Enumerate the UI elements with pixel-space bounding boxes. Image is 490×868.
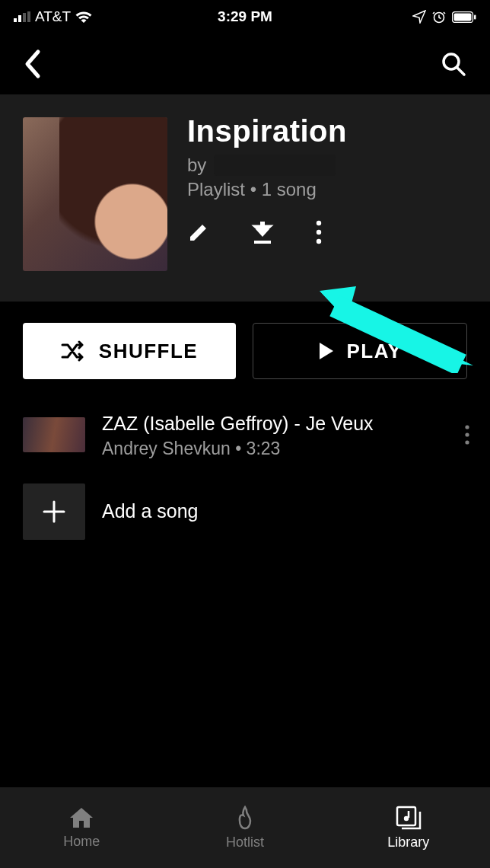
playlist-meta: Inspiration by Playlist • 1 song [187,117,467,271]
svg-rect-1 [18,15,21,22]
library-icon [396,806,422,830]
battery-icon [452,11,476,23]
nav-home-label: Home [63,834,100,850]
playlist-owner-redacted [214,155,336,176]
carrier-label: AT&T [35,8,71,25]
svg-point-13 [465,426,469,429]
playlist-title: Inspiration [187,114,467,148]
plus-icon [41,499,67,525]
svg-point-15 [465,441,469,445]
search-button[interactable] [440,50,467,78]
nav-library-label: Library [387,834,429,850]
nav-hotlist[interactable]: Hotlist [164,787,327,868]
play-button[interactable]: PLAY [253,323,467,379]
add-song-row[interactable]: Add a song [23,467,475,557]
svg-rect-7 [474,14,476,19]
home-icon [68,806,94,829]
download-button[interactable] [251,220,274,244]
song-title: ZAZ (Isabelle Geffroy) - Je Veux [102,411,443,437]
svg-rect-6 [454,13,472,21]
svg-rect-3 [27,11,30,22]
svg-rect-0 [14,18,17,22]
svg-point-12 [317,239,321,244]
playlist-by-line: by [187,155,467,176]
time-label: 3:29 PM [218,8,272,25]
svg-point-17 [403,815,408,820]
svg-point-11 [317,230,321,235]
wifi-icon [75,11,92,23]
more-options-button[interactable] [315,220,323,244]
song-more-button[interactable] [460,424,475,445]
add-song-icon-box [23,483,85,540]
shuffle-icon [61,340,87,362]
location-icon [412,10,426,24]
status-right [412,10,476,24]
svg-rect-2 [23,13,26,22]
svg-point-14 [465,433,469,437]
song-artist-duration: Andrey Shevkun • 3:23 [102,439,443,459]
song-text: ZAZ (Isabelle Geffroy) - Je Veux Andrey … [102,411,443,459]
song-row[interactable]: ZAZ (Isabelle Geffroy) - Je Veux Andrey … [23,404,475,467]
song-list: ZAZ (Isabelle Geffroy) - Je Veux Andrey … [0,397,490,557]
playlist-header: Inspiration by Playlist • 1 song [0,94,490,302]
song-thumbnail [23,417,85,452]
bottom-nav: Home Hotlist Library [0,787,490,868]
shuffle-button[interactable]: SHUFFLE [23,323,236,379]
svg-rect-9 [254,241,271,244]
by-prefix: by [187,155,206,176]
playlist-info: Playlist • 1 song [187,179,467,200]
playlist-actions [187,220,467,244]
svg-point-10 [317,221,321,225]
back-button[interactable] [23,49,43,79]
signal-icon [14,11,30,22]
nav-home[interactable]: Home [0,787,164,868]
shuffle-label: SHUFFLE [99,340,198,363]
nav-hotlist-label: Hotlist [226,834,264,850]
status-left: AT&T [14,8,92,25]
status-bar: AT&T 3:29 PM [0,0,490,34]
app-header [0,34,490,94]
play-label: PLAY [347,340,402,363]
playlist-artwork [23,117,167,271]
fire-icon [234,806,256,830]
button-row: SHUFFLE PLAY [0,302,490,397]
alarm-icon [432,10,446,24]
nav-library[interactable]: Library [326,787,490,868]
add-song-label: Add a song [102,500,199,522]
edit-button[interactable] [187,221,210,244]
play-icon [318,341,335,361]
